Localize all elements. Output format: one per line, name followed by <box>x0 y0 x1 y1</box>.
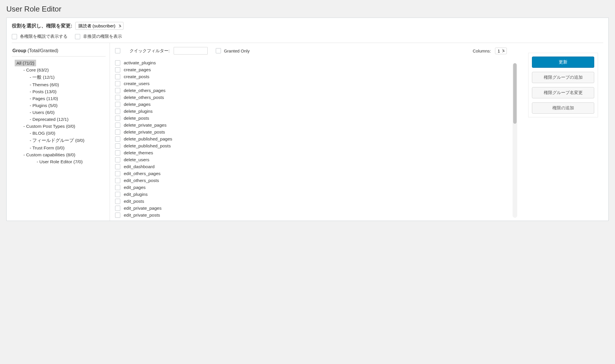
capability-checkbox[interactable] <box>115 192 120 197</box>
columns-select[interactable]: 1 <box>495 48 507 54</box>
capability-row: edit_others_posts <box>115 178 507 183</box>
scrollbar-thumb[interactable] <box>513 63 517 124</box>
capability-checkbox[interactable] <box>115 67 120 72</box>
group-tree-item[interactable]: Users (6/0) <box>28 109 56 116</box>
capability-checkbox[interactable] <box>115 109 120 114</box>
capability-checkbox[interactable] <box>115 88 120 93</box>
capability-checkbox[interactable] <box>115 206 120 211</box>
role-select[interactable]: 購読者 (subscriber) <box>75 22 123 30</box>
capability-label: delete_users <box>124 157 149 162</box>
capability-checkbox[interactable] <box>115 74 120 79</box>
capability-label: edit_private_pages <box>124 206 162 211</box>
capability-checkbox[interactable] <box>115 213 120 218</box>
scrollbar-track[interactable] <box>513 63 517 218</box>
capability-checkbox[interactable] <box>115 199 120 204</box>
columns-label: Columns: <box>473 48 491 53</box>
group-tree-item[interactable]: User Role Editor (7/0) <box>35 158 84 165</box>
capability-row: delete_pages <box>115 102 507 107</box>
show-desc-label: 各権限を概説で表示する <box>20 34 68 39</box>
add-group-button[interactable]: 権限グループの追加 <box>532 72 594 83</box>
group-tree-item[interactable]: フィールドグループ (0/0) <box>28 137 86 144</box>
settings-panel: 役割を選択し、権限を変更: 購読者 (subscriber) 各権限を概説で表示… <box>6 18 609 221</box>
capability-checkbox[interactable] <box>115 60 120 65</box>
capability-row: delete_published_pages <box>115 136 507 142</box>
capability-checkbox[interactable] <box>115 95 120 100</box>
capability-label: create_pages <box>124 67 151 72</box>
capability-label: delete_plugins <box>124 109 153 114</box>
capability-label: activate_plugins <box>124 60 156 65</box>
capability-label: edit_dashboard <box>124 164 155 169</box>
capability-label: edit_others_pages <box>124 171 161 176</box>
capability-label: delete_themes <box>124 150 153 155</box>
show-deprecated-label: 非推奨の権限を表示 <box>83 34 122 39</box>
capability-row: edit_dashboard <box>115 164 507 169</box>
capability-checkbox[interactable] <box>115 143 120 149</box>
capability-row: delete_users <box>115 157 507 162</box>
capability-row: edit_private_posts <box>115 213 507 218</box>
update-button[interactable]: 更新 <box>532 57 594 68</box>
group-tree-item[interactable]: 一般 (12/1) <box>28 74 56 80</box>
capability-row: delete_others_posts <box>115 95 507 100</box>
capability-label: delete_others_posts <box>124 95 164 100</box>
granted-only-checkbox[interactable] <box>216 48 221 53</box>
group-tree-item[interactable]: Pages (11/0) <box>28 95 60 102</box>
capability-row: delete_published_posts <box>115 143 507 149</box>
capability-checkbox[interactable] <box>115 116 120 121</box>
capability-row: delete_private_pages <box>115 123 507 128</box>
capability-row: edit_posts <box>115 199 507 204</box>
capability-checkbox[interactable] <box>115 157 120 162</box>
group-tree-item[interactable]: Posts (13/0) <box>28 88 58 95</box>
group-tree-item[interactable]: Custom Post Types (0/0) <box>22 123 77 130</box>
capability-checkbox[interactable] <box>115 102 120 107</box>
capability-row: edit_plugins <box>115 192 507 197</box>
capability-label: delete_published_posts <box>124 143 171 149</box>
capability-checkbox[interactable] <box>115 81 120 86</box>
capability-checkbox[interactable] <box>115 123 120 128</box>
capability-label: edit_plugins <box>124 192 148 197</box>
group-tree: All (71/2)Core (63/2)一般 (12/1)Themes (6/… <box>12 61 106 164</box>
capability-checkbox[interactable] <box>115 164 120 169</box>
group-tree-item[interactable]: Plugins (5/0) <box>28 102 59 109</box>
quick-filter-label: クイックフィルター: <box>130 48 170 54</box>
capability-checkbox[interactable] <box>115 185 120 190</box>
capability-label: create_posts <box>124 74 149 79</box>
group-tree-item[interactable]: Custom capabilities (8/0) <box>22 151 77 158</box>
page-title: User Role Editor <box>0 0 615 18</box>
capability-label: create_users <box>124 81 150 86</box>
show-desc-checkbox[interactable] <box>12 34 17 39</box>
capability-row: delete_private_posts <box>115 130 507 135</box>
select-all-checkbox[interactable] <box>115 48 120 53</box>
capability-checkbox[interactable] <box>115 136 120 142</box>
capability-checkbox[interactable] <box>115 150 120 155</box>
capability-row: delete_plugins <box>115 109 507 114</box>
capability-label: delete_posts <box>124 116 149 121</box>
role-select-label: 役割を選択し、権限を変更: <box>12 22 72 29</box>
group-tree-item[interactable]: Deprecated (12/1) <box>28 116 70 123</box>
capability-row: create_posts <box>115 74 507 79</box>
capability-checkbox[interactable] <box>115 178 120 183</box>
capability-row: edit_pages <box>115 185 507 190</box>
add-capability-button[interactable]: 権限の追加 <box>532 102 594 114</box>
capability-label: edit_others_posts <box>124 178 159 183</box>
capability-row: edit_others_pages <box>115 171 507 176</box>
group-tree-item[interactable]: Trust Form (0/0) <box>28 145 66 151</box>
quick-filter-input[interactable] <box>174 47 208 55</box>
rename-group-button[interactable]: 権限グループ名変更 <box>532 87 594 98</box>
capability-checkbox[interactable] <box>115 171 120 176</box>
capability-label: delete_published_pages <box>124 136 172 142</box>
group-tree-item[interactable]: Themes (6/0) <box>28 81 61 88</box>
capability-checkbox[interactable] <box>115 130 120 135</box>
capability-label: edit_pages <box>124 185 146 190</box>
group-tree-item[interactable]: BLOG (0/0) <box>28 130 57 136</box>
capability-label: delete_private_posts <box>124 130 165 135</box>
actions-panel: 更新 権限グループの追加 権限グループ名変更 権限の追加 <box>528 53 598 117</box>
capability-row: edit_private_pages <box>115 206 507 211</box>
capability-label: delete_private_pages <box>124 123 166 128</box>
group-tree-item[interactable]: All (71/2) <box>15 60 36 66</box>
group-tree-item[interactable]: Core (63/2) <box>22 67 50 73</box>
capability-label: edit_posts <box>124 199 144 204</box>
capability-label: delete_others_pages <box>124 88 166 93</box>
group-header: Group (Total/Granted) <box>12 48 106 53</box>
show-deprecated-checkbox[interactable] <box>75 34 80 39</box>
capability-row: delete_themes <box>115 150 507 155</box>
